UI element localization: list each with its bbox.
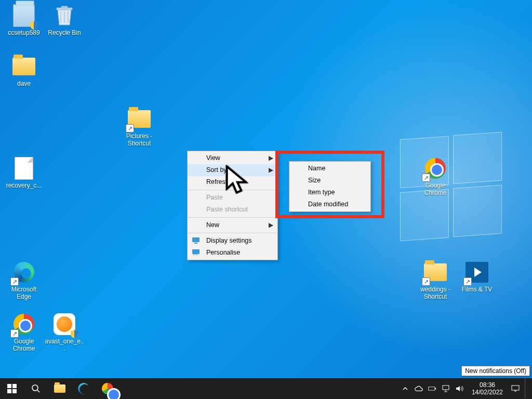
avast-icon (52, 312, 77, 337)
tray-tooltip: New notifications (Off) (461, 366, 530, 376)
menu-label: Personalise (206, 249, 240, 256)
menu-item-display-settings[interactable]: Display settings (188, 235, 277, 247)
shortcut-arrow-icon: ↗ (463, 277, 472, 286)
recycle-bin-icon (52, 3, 77, 28)
sort-by-submenu: Name Size Item type Date modified (289, 161, 371, 212)
menu-label: Date modified (308, 201, 348, 208)
desktop-icon-ccsetup[interactable]: ccsetup589 (4, 3, 44, 36)
icon-label: ccsetup589 (4, 29, 44, 36)
taskbar-clock[interactable]: 08:36 14/02/2022 (469, 381, 506, 396)
menu-label: Paste shortcut (206, 206, 248, 213)
tray-onedrive[interactable] (415, 384, 423, 393)
svg-rect-1 (194, 243, 197, 244)
menu-label: New (206, 221, 219, 229)
svg-rect-2 (192, 249, 200, 254)
icon-label: Microsoft Edge (4, 286, 44, 300)
desktop-icon-dave[interactable]: dave (4, 54, 44, 87)
menu-separator (188, 217, 277, 218)
icon-label: weddings - Shortcut (416, 286, 455, 300)
submenu-item-item-type[interactable]: Item type (289, 187, 370, 198)
submenu-item-name[interactable]: Name (289, 163, 370, 175)
chrome-icon: ↗ (11, 312, 36, 337)
menu-item-paste: Paste (188, 192, 277, 204)
icon-label: Pictures - Shortcut (119, 132, 159, 147)
document-icon (11, 156, 36, 181)
submenu-item-size[interactable]: Size (289, 175, 370, 187)
menu-label: Display settings (206, 237, 252, 244)
chevron-up-icon (402, 385, 408, 392)
icon-label: avast_one_e... (45, 338, 84, 352)
svg-rect-0 (192, 237, 200, 242)
monitor-icon (192, 236, 200, 245)
uac-shield-icon (29, 21, 38, 30)
svg-line-4 (37, 390, 39, 392)
icon-label: Google Chrome (416, 182, 455, 196)
desktop-icon-microsoft-edge[interactable]: ↗ Microsoft Edge (4, 260, 44, 300)
action-center-button[interactable] (511, 384, 520, 393)
menu-item-personalise[interactable]: Personalise (188, 247, 277, 259)
desktop-icon-recovery[interactable]: recovery_c... (4, 156, 44, 189)
folder-icon (11, 54, 36, 79)
icon-label: Recycle Bin (45, 29, 84, 36)
tooltip-text: New notifications (Off) (465, 367, 526, 375)
icon-label: Films & TV (457, 286, 497, 293)
taskbar: 08:36 14/02/2022 (0, 378, 532, 399)
desktop-icon-pictures-shortcut[interactable]: ↗ Pictures - Shortcut (119, 107, 159, 147)
menu-separator (188, 190, 277, 190)
icon-label: recovery_c... (4, 182, 44, 189)
menu-label: Name (308, 165, 325, 172)
edge-icon (78, 383, 89, 394)
file-explorer-icon (54, 384, 65, 393)
menu-label: View (206, 154, 220, 162)
taskbar-chrome[interactable] (96, 378, 119, 399)
desktop-icon-weddings-shortcut[interactable]: ↗ weddings - Shortcut (416, 260, 455, 300)
uac-shield-icon (70, 329, 79, 339)
submenu-arrow-icon: ▶ (269, 219, 273, 231)
network-icon (442, 385, 450, 392)
submenu-arrow-icon: ▶ (269, 152, 273, 164)
films-tv-icon: ↗ (464, 260, 489, 285)
tray-volume[interactable] (455, 384, 463, 393)
tray-network[interactable] (442, 384, 450, 393)
taskbar-edge[interactable] (72, 378, 96, 399)
menu-label: Size (308, 177, 321, 184)
submenu-item-date-modified[interactable]: Date modified (289, 198, 370, 210)
notification-icon (511, 385, 520, 392)
desktop-icon-google-chrome-left[interactable]: ↗ Google Chrome (4, 312, 44, 352)
menu-label: Sort by (206, 166, 227, 174)
desktop-icon-recycle-bin[interactable]: Recycle Bin (45, 3, 84, 36)
svg-rect-8 (512, 385, 519, 390)
start-button[interactable] (0, 378, 24, 399)
menu-item-new[interactable]: New ▶ (188, 219, 277, 231)
menu-label: Refresh (206, 178, 229, 185)
taskbar-file-explorer[interactable] (48, 378, 72, 399)
show-desktop-button[interactable] (525, 378, 528, 399)
clock-date: 14/02/2022 (472, 389, 503, 396)
shortcut-arrow-icon: ↗ (126, 124, 134, 132)
svg-point-3 (32, 385, 38, 391)
folder-icon: ↗ (127, 107, 152, 131)
edge-icon: ↗ (11, 260, 36, 285)
desktop-icon-avast[interactable]: avast_one_e... (45, 312, 84, 352)
menu-item-refresh[interactable]: Refresh (188, 176, 277, 188)
tray-overflow-chevron[interactable] (401, 384, 409, 393)
shortcut-arrow-icon: ↗ (422, 277, 430, 286)
chrome-icon: ↗ (423, 156, 448, 181)
menu-item-paste-shortcut: Paste shortcut (188, 204, 277, 216)
desktop-icon-google-chrome-right[interactable]: ↗ Google Chrome (416, 156, 455, 196)
svg-rect-5 (429, 387, 435, 390)
svg-rect-7 (443, 385, 449, 390)
battery-icon (428, 385, 436, 392)
taskbar-search-button[interactable] (24, 378, 48, 399)
menu-item-sort-by[interactable]: Sort by ▶ (188, 164, 277, 176)
tray-battery[interactable] (428, 384, 436, 393)
desktop-context-menu: View ▶ Sort by ▶ Refresh Paste Paste sho… (187, 151, 278, 260)
desktop-icon-films-tv[interactable]: ↗ Films & TV (457, 260, 497, 293)
submenu-arrow-icon: ▶ (269, 164, 273, 176)
windows-start-icon (7, 384, 17, 393)
chrome-icon (102, 383, 113, 394)
desktop[interactable]: ccsetup589 Recycle Bin dave ↗ Pictures -… (0, 0, 532, 399)
menu-item-view[interactable]: View ▶ (188, 152, 277, 164)
installer-box-icon (11, 3, 36, 28)
shortcut-arrow-icon: ↗ (10, 277, 19, 286)
